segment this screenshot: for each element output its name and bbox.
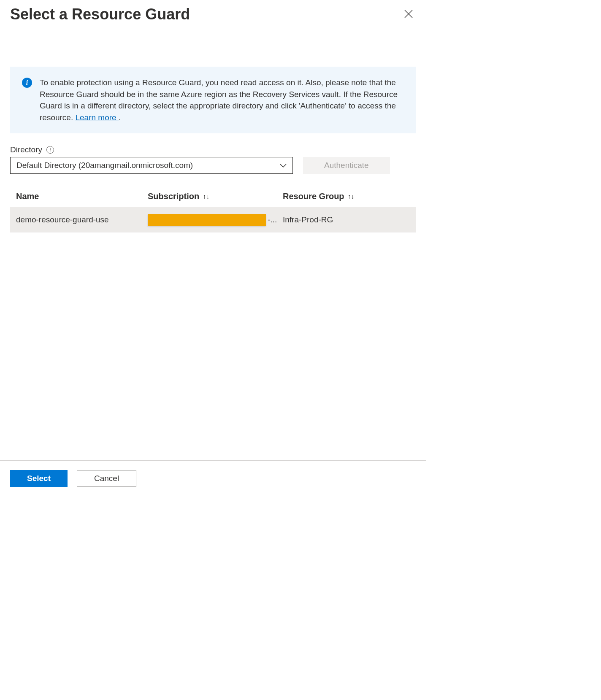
redacted-block xyxy=(148,214,266,226)
cancel-button[interactable]: Cancel xyxy=(77,470,136,487)
info-banner: i To enable protection using a Resource … xyxy=(10,67,416,133)
close-icon xyxy=(404,8,413,21)
table-row[interactable]: demo-resource-guard-use -... Infra-Prod-… xyxy=(10,207,416,232)
info-trailing: . xyxy=(119,113,121,122)
info-icon: i xyxy=(22,78,32,88)
resource-guard-table: Name Subscription ↑↓ Resoure Group ↑↓ de… xyxy=(10,192,416,232)
column-subscription-label: Subscription xyxy=(148,192,199,201)
chevron-down-icon xyxy=(280,161,287,170)
column-name-label: Name xyxy=(16,192,39,201)
directory-select[interactable]: Default Directory (20amangmail.onmicroso… xyxy=(10,157,293,174)
directory-label: Directory xyxy=(10,145,42,154)
column-resource-group-label: Resoure Group xyxy=(283,192,344,201)
page-title: Select a Resource Guard xyxy=(10,5,190,23)
subscription-suffix: -... xyxy=(268,215,277,224)
close-button[interactable] xyxy=(401,4,416,24)
column-subscription[interactable]: Subscription ↑↓ xyxy=(148,192,283,201)
column-name[interactable]: Name xyxy=(16,192,148,201)
sort-icon: ↑↓ xyxy=(348,193,355,200)
authenticate-button[interactable]: Authenticate xyxy=(303,157,390,174)
hint-icon[interactable]: i xyxy=(46,146,54,154)
cell-name: demo-resource-guard-use xyxy=(16,215,148,224)
sort-icon: ↑↓ xyxy=(203,193,209,200)
info-text: To enable protection using a Resource Gu… xyxy=(40,77,404,123)
footer: Select Cancel xyxy=(0,460,426,496)
cell-subscription: -... xyxy=(148,214,283,226)
column-resource-group[interactable]: Resoure Group ↑↓ xyxy=(283,192,416,201)
table-header: Name Subscription ↑↓ Resoure Group ↑↓ xyxy=(10,192,416,207)
learn-more-link[interactable]: Learn more xyxy=(75,113,118,122)
directory-selected-value: Default Directory (20amangmail.onmicroso… xyxy=(16,161,193,170)
select-button[interactable]: Select xyxy=(10,470,68,487)
cell-resource-group: Infra-Prod-RG xyxy=(283,215,416,224)
